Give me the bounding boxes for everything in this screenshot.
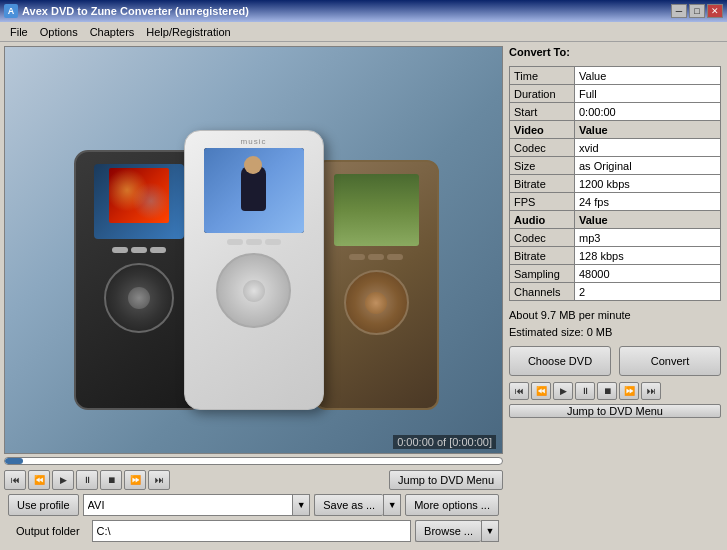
browse-button[interactable]: Browse ... (415, 520, 481, 542)
row-value-abitrate: 128 kbps (575, 247, 721, 265)
zune-brown-buttons (316, 254, 437, 260)
right-pause[interactable]: ⏸ (575, 382, 595, 400)
row-label-start: Start (510, 103, 575, 121)
table-row: Codec mp3 (510, 229, 721, 247)
row-value-sampling: 48000 (575, 265, 721, 283)
title-bar-controls: ─ □ ✕ (671, 4, 723, 18)
zune-black-buttons (76, 247, 202, 253)
zune-brown-screen (334, 174, 419, 246)
profile-input[interactable] (83, 494, 293, 516)
app-icon: A (4, 4, 18, 18)
row-label-abitrate: Bitrate (510, 247, 575, 265)
menu-chapters[interactable]: Chapters (84, 24, 141, 40)
table-row: Size as Original (510, 157, 721, 175)
row-value-channels: 2 (575, 283, 721, 301)
choose-dvd-button[interactable]: Choose DVD (509, 346, 611, 376)
table-row: Time Value (510, 67, 721, 85)
close-button[interactable]: ✕ (707, 4, 723, 18)
video-area: music (4, 46, 503, 454)
transport-stop[interactable]: ⏹ (100, 470, 122, 490)
output-folder-input[interactable] (92, 520, 412, 542)
row-label-video: Video (510, 121, 575, 139)
zune-brown-screen-content (334, 174, 419, 246)
zune-white-label: music (185, 131, 323, 148)
save-as-button[interactable]: Save as ... (314, 494, 383, 516)
zune-white: music (184, 130, 324, 410)
zune-white-wheel (216, 253, 291, 328)
use-profile-button[interactable]: Use profile (8, 494, 79, 516)
menu-bar: File Options Chapters Help/Registration (0, 22, 727, 42)
row-value-codec: xvid (575, 139, 721, 157)
transport-skip-forward[interactable]: ⏭ (148, 470, 170, 490)
row-value-start: 0:00:00 (575, 103, 721, 121)
right-play[interactable]: ▶ (553, 382, 573, 400)
window-title: Avex DVD to Zune Converter (unregistered… (22, 5, 249, 17)
table-row: Bitrate 1200 kbps (510, 175, 721, 193)
table-row: Sampling 48000 (510, 265, 721, 283)
row-value-bitrate-v: 1200 kbps (575, 175, 721, 193)
zune-brown-wheel (344, 270, 409, 335)
progress-bar-area (4, 454, 503, 468)
table-row: Codec xvid (510, 139, 721, 157)
save-as-dropdown-arrow[interactable]: ▼ (383, 494, 401, 516)
album-art (109, 168, 169, 223)
zune-illustration: music (54, 90, 454, 410)
right-panel: Convert To: Time Value Duration Full Sta… (507, 42, 727, 550)
jump-to-dvd-menu-button[interactable]: Jump to DVD Menu (509, 404, 721, 418)
progress-thumb (5, 458, 23, 464)
person-head (244, 156, 262, 174)
table-row: Bitrate 128 kbps (510, 247, 721, 265)
transport-play[interactable]: ▶ (52, 470, 74, 490)
row-label-acodec: Codec (510, 229, 575, 247)
zune-black-wheel (104, 263, 174, 333)
person-body (241, 166, 266, 211)
bottom-controls: Use profile ▼ Save as ... ▼ More options… (4, 490, 503, 546)
convert-button[interactable]: Convert (619, 346, 721, 376)
right-stop[interactable]: ⏹ (597, 382, 617, 400)
row-label-sampling: Sampling (510, 265, 575, 283)
profile-dropdown-arrow[interactable]: ▼ (292, 494, 310, 516)
main-content: music (0, 42, 727, 550)
row-label-time: Time (510, 67, 575, 85)
browse-combo: Browse ... ▼ (415, 520, 499, 542)
transport-fast-forward[interactable]: ⏩ (124, 470, 146, 490)
menu-options[interactable]: Options (34, 24, 84, 40)
menu-file[interactable]: File (4, 24, 34, 40)
transport-pause[interactable]: ⏸ (76, 470, 98, 490)
zune-brown (314, 160, 439, 410)
minimize-button[interactable]: ─ (671, 4, 687, 18)
row-value-video: Value (575, 121, 721, 139)
row-label-size: Size (510, 157, 575, 175)
title-bar-text: A Avex DVD to Zune Converter (unregister… (4, 4, 249, 18)
title-bar: A Avex DVD to Zune Converter (unregister… (0, 0, 727, 22)
output-folder-row: Output folder Browse ... ▼ (8, 520, 499, 542)
transport-controls: ⏮ ⏪ ▶ ⏸ ⏹ ⏩ ⏭ Jump to DVD Menu (4, 470, 503, 490)
maximize-button[interactable]: □ (689, 4, 705, 18)
info-line2: Estimated size: 0 MB (509, 324, 721, 341)
row-label-bitrate-v: Bitrate (510, 175, 575, 193)
table-row-video-header: Video Value (510, 121, 721, 139)
transport-rewind[interactable]: ⏪ (28, 470, 50, 490)
more-options-button[interactable]: More options ... (405, 494, 499, 516)
row-label-codec: Codec (510, 139, 575, 157)
save-as-combo: Save as ... ▼ (314, 494, 401, 516)
progress-track[interactable] (4, 457, 503, 465)
person-silhouette (234, 156, 274, 226)
transport-skip-back[interactable]: ⏮ (4, 470, 26, 490)
row-value-duration: Full (575, 85, 721, 103)
right-bottom: ⏮ ⏪ ▶ ⏸ ⏹ ⏩ ⏭ Jump to DVD Menu (509, 382, 721, 418)
profile-combo: ▼ (83, 494, 311, 516)
table-row: Duration Full (510, 85, 721, 103)
row-value-audio: Value (575, 211, 721, 229)
row-value-size: as Original (575, 157, 721, 175)
right-ff[interactable]: ⏩ (619, 382, 639, 400)
right-skip-back[interactable]: ⏮ (509, 382, 529, 400)
menu-help[interactable]: Help/Registration (140, 24, 236, 40)
row-label-fps: FPS (510, 193, 575, 211)
zune-white-buttons (185, 239, 323, 245)
action-buttons: Choose DVD Convert (509, 346, 721, 376)
right-skip-fwd[interactable]: ⏭ (641, 382, 661, 400)
browse-dropdown-arrow[interactable]: ▼ (481, 520, 499, 542)
right-rewind[interactable]: ⏪ (531, 382, 551, 400)
dvd-menu-button[interactable]: Jump to DVD Menu (389, 470, 503, 490)
